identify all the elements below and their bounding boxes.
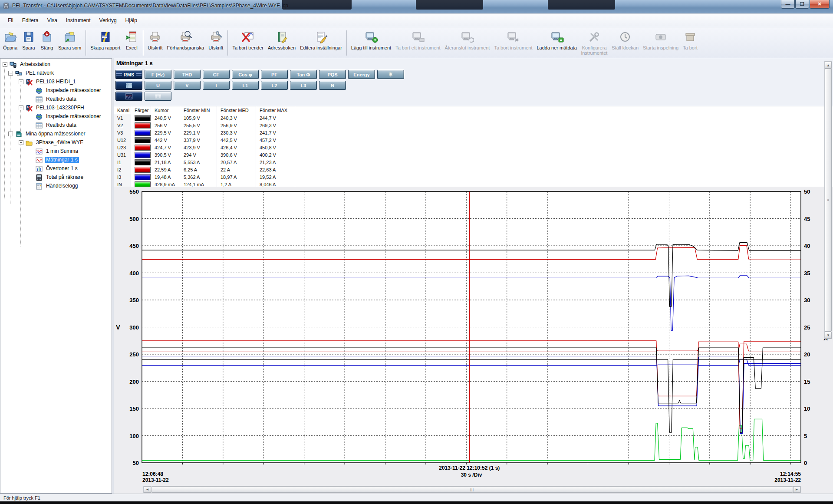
tree-connector-line [20,145,21,247]
tab-cf[interactable]: CF [203,70,230,79]
menu-item-visa[interactable]: Visa [43,16,62,25]
tree-item-total-p-r-knare[interactable]: Total på räknare [36,173,85,181]
titlebar: PEL Transfer - C:\Users\bjojoh.CAMATSYST… [0,0,833,13]
hscroll-thumb[interactable]: ||| [151,486,793,493]
toolbar-button-excel[interactable]: Excel [123,29,140,51]
left-axis-tick: 350 [129,297,139,303]
tab-alarm-icon[interactable] [377,70,404,79]
tab-thd[interactable]: THD [174,70,201,79]
tab-rms[interactable]: RMS [115,70,142,79]
tree-item-inspelade-m-tsessioner[interactable]: Inspelade mätsessioner [36,112,102,121]
window-med-value: 256,9 V [217,122,256,129]
excel-export-icon [125,30,138,44]
chart-vertical-scrollbar[interactable]: ▲ ≡ ▼ [824,61,832,339]
tree-item-realtids-data[interactable]: Realtids data [36,121,78,129]
tab-n[interactable]: N [319,81,346,90]
menu-item-hjälp[interactable]: Hjälp [121,16,142,25]
expand-collapse-icon[interactable] [19,79,23,84]
toolbar-button-utskrift[interactable]: Utskrift [146,29,164,51]
tab-columns-icon[interactable] [115,81,142,90]
column-header-f-nster-min: Fönster MIN [180,106,217,114]
toolbar-button-ladda-ner-m-tdata[interactable]: Ladda ner mätdata [535,29,578,51]
expand-collapse-icon[interactable] [19,140,23,145]
sessions-globe-icon [36,113,43,120]
toolbar-button-adressboken[interactable]: Adressboken [266,29,297,51]
expand-collapse-icon[interactable] [19,105,23,110]
expand-collapse-icon[interactable] [8,132,13,136]
tree-item-realtids-data[interactable]: Realtids data [36,95,78,103]
tab-row-row3 [115,92,404,101]
tab-l1[interactable]: L1 [232,81,259,90]
tab-pqs[interactable]: PQS [319,70,346,79]
table-row-u31[interactable]: U31390,5 V294 V390,6 V400,2 V [114,151,833,158]
tree-item-label: PEL103 HEIDI_1 [35,79,77,85]
table-row-u23[interactable]: U23424,7 V423,9 V426,4 V450,8 V [114,144,833,151]
toolbar-button-spara-som[interactable]: Spara som [56,29,83,51]
tab-f-hz-[interactable]: F (Hz) [145,70,171,79]
tree-item-pel103-heidi-1[interactable]: PEL103 HEIDI_1 [19,78,77,86]
tree-item-1-min-summa[interactable]: 1 min Summa [36,147,79,155]
tree-item-arbetsstation[interactable]: Arbetsstation [3,60,52,69]
open-folder-icon [3,30,17,44]
scroll-down-icon[interactable]: ▼ [825,332,832,339]
toolbar-button-f-rhandsgranska[interactable]: Förhandsgranska [165,29,206,51]
menu-item-instrument[interactable]: Instrument [62,16,95,25]
toolbar-button--ppna[interactable]: Öppna [1,29,19,51]
tab-pf[interactable]: PF [261,70,288,79]
toolbar-button-spara[interactable]: Spara [20,29,37,51]
vscroll-thumb[interactable]: ≡ [825,69,832,332]
tab-tan-[interactable]: Tan Φ [290,70,317,79]
table-row-v1[interactable]: V1240,5 V105,9 V240,3 V244,7 V [114,114,833,122]
toolbar-button-skapa-rapport[interactable]: DataViewSkapa rapport [89,29,122,51]
expand-collapse-icon[interactable] [3,62,7,67]
rms-deco-line [116,73,122,76]
toolbar-button-ta-bort: Ta bort [681,29,699,51]
menu-item-editera[interactable]: Editera [18,16,43,25]
window-min-value: 337,9 V [180,136,217,144]
sessions-globe-icon [36,87,43,94]
trend-chart[interactable]: 5505004504003503002502001501005050454035… [114,187,833,494]
tab-row-row2: UVIL1L2L3N [115,81,404,90]
chart-horizontal-scrollbar[interactable]: ◄ ||| ► [143,486,801,493]
toolbar-button-label: Återanslut instrument [444,45,490,50]
table-row-i3[interactable]: I319,48 A5,362 A18,97 A19,52 A [114,173,833,181]
menu-item-fil[interactable]: Fil [3,16,18,25]
minimize-button[interactable]: — [781,0,795,9]
set-clock-icon [618,30,632,44]
tab-l2[interactable]: L2 [261,81,288,90]
tree-item-pel-n-tverk[interactable]: PEL nätverk [8,69,55,77]
tab-v[interactable]: V [174,81,201,90]
table-row-i1[interactable]: I121,18 A5,553 A20,57 A21,23 A [114,158,833,166]
tab-waveform-icon[interactable] [115,92,142,101]
table-row-u12[interactable]: U12442 V337,9 V442,5 V457,2 V [114,136,833,144]
restore-button[interactable]: ❐ [795,0,809,9]
toolbar-button-ta-bort-trender[interactable]: Ta bort trender [230,29,265,51]
table-row-v2[interactable]: V2256 V255,5 V256,9 V269,3 V [114,122,833,129]
tree-item-pel103-143230pfh[interactable]: PEL103-143230PFH [19,104,86,112]
toolbar-button-l-gg-till-instrument[interactable]: Lägg till instrument [349,29,393,51]
tab-grid-view-icon[interactable] [145,92,171,101]
tree-item-h-ndelselogg[interactable]: Händelselogg [36,182,79,190]
toolbar-button-st-ng[interactable]: Stäng [38,29,56,51]
table-row-i2[interactable]: I222,59 A6,25 A22 A22,63 A [114,166,833,173]
tab-cos-[interactable]: Cos φ [232,70,259,79]
scroll-up-icon[interactable]: ▲ [825,62,832,69]
scroll-right-icon[interactable]: ► [793,486,800,493]
tree-item--vertoner-1-s[interactable]: Övertoner 1 s [36,165,79,173]
tree-item-3phase-4wire-wye[interactable]: 3Phase_4Wire WYE [19,138,85,147]
tab-label: U [156,83,160,88]
tree-item-inspelade-m-tsessioner[interactable]: Inspelade mätsessioner [36,86,102,95]
toolbar-button-editera-inst-llningar[interactable]: Editera inställningar [298,29,344,51]
menu-item-verktyg[interactable]: Verktyg [95,16,121,25]
tab-u[interactable]: U [145,81,171,90]
tab-l3[interactable]: L3 [290,81,317,90]
channel-name: V2 [114,122,131,129]
table-row-v3[interactable]: V3229,5 V229,1 V230,3 V241,7 V [114,129,833,136]
toolbar-button-utskrift[interactable]: Utskrift [207,29,225,51]
scroll-left-icon[interactable]: ◄ [144,486,151,493]
tab-energy[interactable]: Energy [348,70,375,79]
tree-item-m-tningar-1-s[interactable]: Mätningar 1 s [36,156,79,164]
expand-collapse-icon[interactable] [8,71,13,76]
close-button[interactable]: ✕ [810,0,830,9]
tab-i[interactable]: I [203,81,230,90]
